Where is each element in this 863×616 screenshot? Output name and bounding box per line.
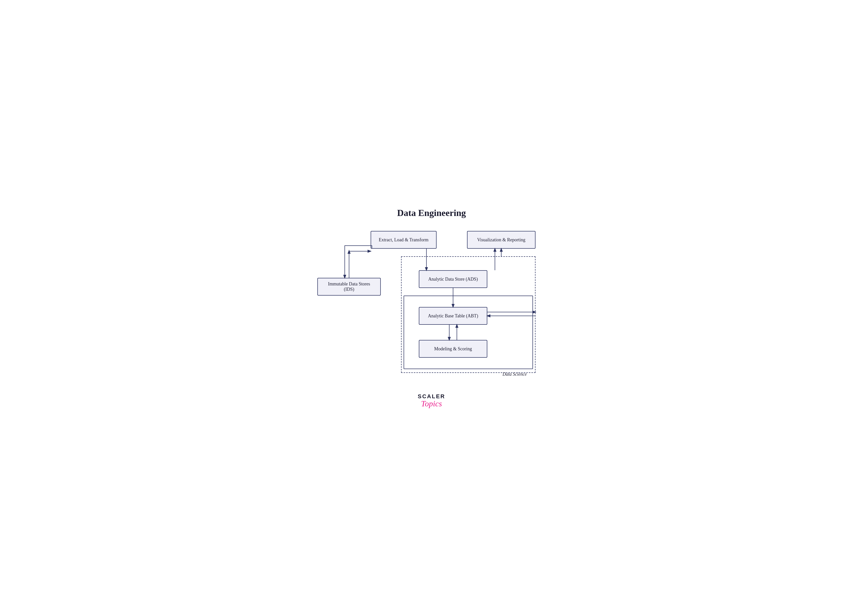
box-ads: Analytic Data Store (ADS) (419, 270, 487, 288)
solid-inner-rect (403, 295, 533, 369)
box-ids: Immutable Data Stores (IDS) (317, 278, 381, 295)
box-elt: Extract, Load & Transform (371, 231, 436, 249)
box-ms: Modeling & Scoring (419, 340, 487, 358)
box-viz: Visualization & Reporting (467, 231, 535, 249)
logo-area: SCALER Topics (418, 393, 445, 408)
logo-topics: Topics (421, 399, 442, 408)
box-abt: Analytic Base Table (ABT) (419, 307, 487, 325)
data-science-label: Data Science (502, 372, 527, 377)
page-container: Data Engineering Extract, Load & Transfo… (317, 207, 546, 408)
diagram-area: Extract, Load & Transform Visualization … (317, 231, 546, 378)
page-title: Data Engineering (397, 207, 466, 218)
